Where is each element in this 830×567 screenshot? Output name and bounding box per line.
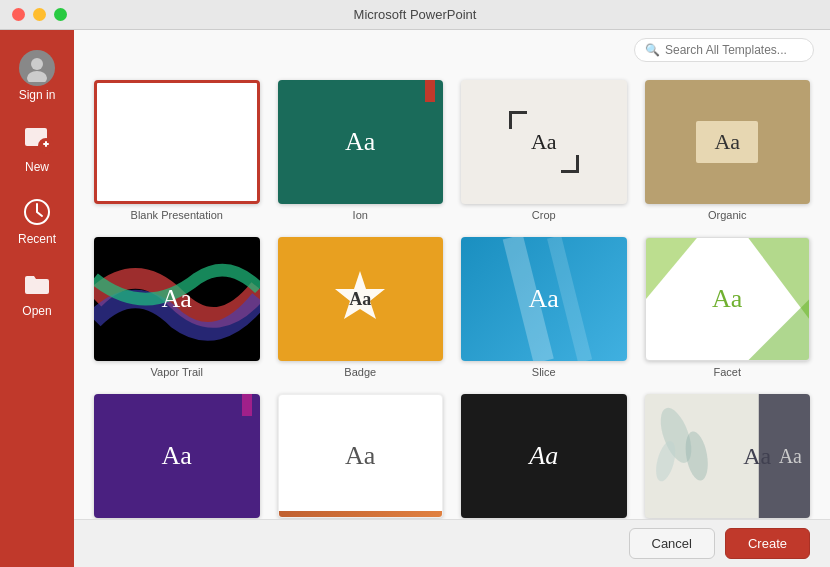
sidebar-open-label: Open xyxy=(22,304,51,318)
search-box[interactable]: 🔍 xyxy=(634,38,814,62)
template-thumb-facet: Aa xyxy=(645,237,811,361)
user-icon xyxy=(19,50,55,86)
template-item-retrospect[interactable]: Aa Retrospect xyxy=(278,394,444,519)
template-name-ion: Ion xyxy=(353,209,368,221)
template-thumb-organic: Aa xyxy=(645,80,811,204)
template-name-blank: Blank Presentation xyxy=(131,209,223,221)
search-icon: 🔍 xyxy=(645,43,660,57)
template-thumb-retrospect: Aa xyxy=(278,394,444,518)
template-item-boardroom[interactable]: Aa Ion Boardroom xyxy=(94,394,260,519)
title-bar: Microsoft PowerPoint xyxy=(0,0,830,30)
sidebar-item-recent[interactable]: Recent xyxy=(0,184,74,256)
sidebar-new-label: New xyxy=(25,160,49,174)
template-item-vapor[interactable]: Aa Vapor Trail xyxy=(94,237,260,378)
template-thumb-feathered: Aa Aa xyxy=(645,394,811,518)
window-title: Microsoft PowerPoint xyxy=(354,7,477,22)
template-name-badge: Badge xyxy=(344,366,376,378)
template-thumb-badge: Aa xyxy=(278,237,444,361)
template-item-badge[interactable]: Aa Badge xyxy=(278,237,444,378)
template-item-organic[interactable]: Aa Organic xyxy=(645,80,811,221)
template-item-blank[interactable]: Blank Presentation xyxy=(94,80,260,221)
template-item-ion[interactable]: Aa Ion xyxy=(278,80,444,221)
search-input[interactable] xyxy=(665,43,803,57)
create-button[interactable]: Create xyxy=(725,528,810,559)
cancel-button[interactable]: Cancel xyxy=(629,528,715,559)
svg-point-1 xyxy=(27,71,47,82)
sidebar-item-sign-in[interactable]: Sign in xyxy=(0,40,74,112)
svg-rect-5 xyxy=(45,141,47,147)
sidebar-item-open[interactable]: Open xyxy=(0,256,74,328)
template-name-vapor: Vapor Trail xyxy=(151,366,203,378)
template-name-organic: Organic xyxy=(708,209,747,221)
template-item-slice[interactable]: Aa Slice xyxy=(461,237,627,378)
template-item-headlines[interactable]: Aa Headlines xyxy=(461,394,627,519)
template-grid: Blank Presentation Aa Ion xyxy=(74,70,830,519)
template-thumb-ion: Aa xyxy=(278,80,444,204)
template-thumb-boardroom: Aa xyxy=(94,394,260,518)
content-area: 🔍 Blank Presentation Aa Ion xyxy=(74,30,830,567)
template-name-crop: Crop xyxy=(532,209,556,221)
top-bar: 🔍 xyxy=(74,30,830,70)
sidebar-item-new[interactable]: New xyxy=(0,112,74,184)
sidebar-recent-label: Recent xyxy=(18,232,56,246)
template-name-slice: Slice xyxy=(532,366,556,378)
window-controls[interactable] xyxy=(12,8,67,21)
main-layout: Sign in New Recent xyxy=(0,30,830,567)
template-thumb-headlines: Aa xyxy=(461,394,627,518)
svg-point-0 xyxy=(31,58,43,70)
template-thumb-crop: Aa xyxy=(461,80,627,204)
maximize-button[interactable] xyxy=(54,8,67,21)
template-item-facet[interactable]: Aa Facet xyxy=(645,237,811,378)
close-button[interactable] xyxy=(12,8,25,21)
template-thumb-slice: Aa xyxy=(461,237,627,361)
recent-icon xyxy=(19,194,55,230)
open-icon xyxy=(19,266,55,302)
template-item-feathered[interactable]: Aa Aa Feathered xyxy=(645,394,811,519)
minimize-button[interactable] xyxy=(33,8,46,21)
new-icon xyxy=(19,122,55,158)
sidebar-sign-in-label: Sign in xyxy=(19,88,56,102)
template-thumb-blank xyxy=(94,80,260,204)
bottom-bar: Cancel Create xyxy=(74,519,830,567)
sidebar: Sign in New Recent xyxy=(0,30,74,567)
template-item-crop[interactable]: Aa Crop xyxy=(461,80,627,221)
template-thumb-vapor: Aa xyxy=(94,237,260,361)
template-name-facet: Facet xyxy=(713,366,741,378)
